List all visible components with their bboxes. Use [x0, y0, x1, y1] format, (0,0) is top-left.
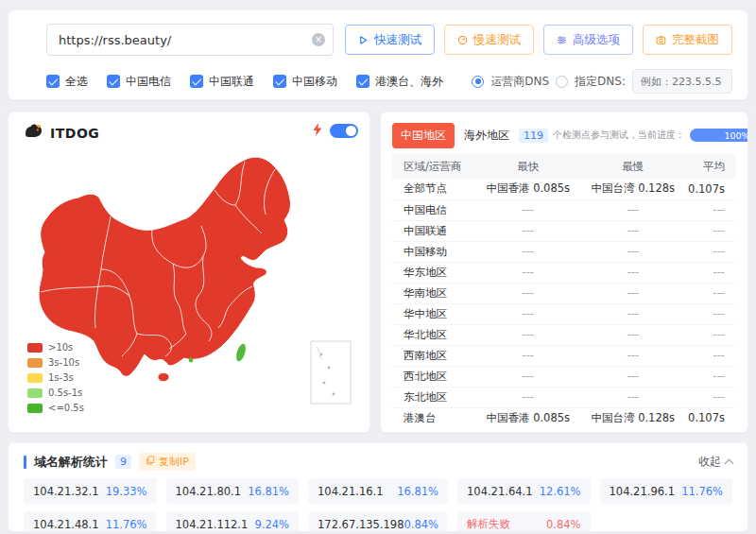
checkbox-checked-icon — [46, 75, 60, 88]
table-cell: --- — [581, 262, 684, 283]
tab-overseas-region[interactable]: 海外地区 — [459, 123, 514, 148]
check-all[interactable]: 全选 — [46, 74, 88, 90]
custom-dns-radio[interactable] — [556, 76, 568, 88]
progress-label: 个检测点参与测试，当前进度： — [553, 129, 685, 142]
ip-percentage: 11.76% — [106, 518, 147, 531]
ip-address: 172.67.135.198 — [318, 518, 404, 531]
check-overseas[interactable]: 港澳台、海外 — [356, 74, 443, 90]
ip-stats-grid: 104.21.32.119.33%104.21.80.116.81%104.21… — [9, 478, 747, 532]
copy-ip-label: 复制IP — [159, 455, 189, 469]
ip-percentage: 16.81% — [397, 485, 438, 498]
map-toggle-switch[interactable] — [330, 124, 358, 138]
table-cell: --- — [581, 241, 684, 262]
check-mobile[interactable]: 中国移动 — [273, 74, 337, 90]
logo-text: ITDOG — [50, 126, 99, 141]
column-header: 区域/运营商 — [392, 154, 474, 179]
checkbox-label: 港澳台、海外 — [375, 74, 443, 90]
table-cell: 0.107s — [684, 179, 736, 199]
ip-percentage: 0.84% — [546, 518, 581, 531]
ip-percentage: 19.33% — [106, 485, 147, 498]
ip-stat-tile[interactable]: 104.21.64.112.61% — [457, 478, 591, 504]
table-cell: --- — [684, 366, 736, 387]
table-cell: --- — [474, 199, 581, 220]
results-card: 中国地区 海外地区 119 个检测点参与测试，当前进度： 100% 区域/运营商… — [380, 112, 748, 433]
ip-stat-tile[interactable]: 104.21.80.116.81% — [166, 478, 300, 504]
tab-china-region[interactable]: 中国地区 — [392, 123, 455, 148]
table-cell: 中国香港 0.085s — [474, 179, 581, 199]
ip-address: 解析失败 — [467, 517, 510, 531]
checkbox-checked-icon — [190, 75, 203, 88]
dog-logo-icon — [22, 122, 44, 145]
custom-dns-input[interactable] — [632, 69, 732, 94]
carrier-checkboxes: 全选中国电信中国联通中国移动港澳台、海外 — [46, 74, 443, 90]
taiwan-island — [234, 342, 249, 363]
ip-stat-tile[interactable]: 104.21.48.111.76% — [24, 511, 157, 532]
ip-address: 104.21.80.1 — [176, 485, 242, 498]
title-accent-bar — [24, 456, 26, 469]
copy-ip-button[interactable]: 复制IP — [139, 453, 196, 471]
full-screenshot-button[interactable]: 完整截图 — [643, 25, 732, 55]
options-icon — [557, 35, 567, 45]
ip-address: 104.21.96.1 — [610, 485, 676, 498]
advanced-options-button[interactable]: 高级选项 — [543, 25, 633, 55]
table-cell: --- — [684, 387, 736, 407]
carrier-dns-label: 运营商DNS — [490, 74, 549, 90]
legend-swatch — [27, 373, 43, 383]
ip-stat-tile[interactable]: 104.21.16.116.81% — [308, 478, 448, 504]
checkbox-label: 全选 — [65, 74, 88, 90]
table-cell: --- — [474, 283, 581, 303]
carrier-dns-radio[interactable] — [472, 76, 484, 88]
table-cell: 华中地区 — [392, 303, 474, 324]
column-header: 最慢 — [581, 154, 684, 179]
table-cell: --- — [581, 283, 684, 303]
checkbox-checked-icon — [356, 75, 369, 88]
play-icon — [358, 35, 369, 45]
legend-item: <=0.5s — [27, 403, 84, 413]
table-cell: 西北地区 — [392, 366, 474, 387]
table-cell: --- — [581, 366, 684, 387]
table-cell: --- — [684, 241, 736, 262]
table-cell: --- — [581, 387, 684, 407]
table-row: 华中地区--------- — [392, 303, 736, 324]
toolbar-card: × 快速测试慢速测试高级选项完整截图 全选中国电信中国联通中国移动港澳台、海外 … — [8, 9, 748, 100]
table-row: 华北地区--------- — [392, 324, 736, 345]
ip-stat-tile[interactable]: 104.21.96.111.76% — [600, 478, 733, 504]
table-row: 西北地区--------- — [392, 366, 736, 387]
results-header: 中国地区 海外地区 119 个检测点参与测试，当前进度： 100% — [392, 122, 736, 148]
ip-stat-tile[interactable]: 172.67.135.1980.84% — [308, 511, 448, 532]
table-cell: 全部节点 — [392, 179, 474, 199]
check-telecom[interactable]: 中国电信 — [107, 74, 171, 90]
button-label: 慢速测试 — [473, 32, 521, 48]
quick-test-button[interactable]: 快速测试 — [345, 25, 435, 55]
url-input[interactable] — [59, 33, 306, 47]
ip-stat-tile[interactable]: 解析失败0.84% — [457, 511, 591, 532]
lightning-icon — [313, 122, 322, 140]
clear-input-icon[interactable]: × — [312, 33, 325, 46]
legend-item: >10s — [27, 342, 84, 353]
table-row: 中国电信--------- — [392, 199, 736, 220]
checkbox-label: 中国联通 — [209, 74, 254, 90]
ip-stat-tile[interactable]: 104.21.32.119.33% — [24, 478, 157, 504]
dns-options: 运营商DNS 指定DNS: — [472, 69, 732, 94]
check-unicom[interactable]: 中国联通 — [190, 74, 254, 90]
hongkong-dot — [189, 358, 194, 363]
table-row: 港澳台中国香港 0.085s中国台湾 0.128s0.107s — [392, 407, 736, 428]
table-row: 全部节点中国香港 0.085s中国台湾 0.128s0.107s — [392, 179, 736, 199]
legend-item: 0.5s-1s — [27, 388, 84, 398]
table-cell: --- — [684, 262, 736, 283]
table-cell: --- — [581, 345, 684, 366]
ip-percentage: 0.84% — [404, 518, 438, 531]
slow-test-button[interactable]: 慢速测试 — [444, 25, 534, 55]
ip-stat-tile[interactable]: 104.21.112.19.24% — [166, 511, 300, 532]
dns-stats-title: 域名解析统计 — [34, 454, 108, 471]
legend-item: 3s-10s — [27, 357, 84, 368]
custom-dns-label: 指定DNS: — [575, 74, 626, 90]
legend-item: 1s-3s — [27, 372, 84, 383]
hainan-island — [158, 372, 169, 381]
collapse-button[interactable]: 收起 — [698, 454, 732, 470]
gauge-icon — [457, 35, 468, 45]
dns-stats-header: 域名解析统计 9 复制IP 收起 — [9, 443, 747, 478]
legend-swatch — [27, 388, 43, 398]
toolbar-row-bottom: 全选中国电信中国联通中国移动港澳台、海外 运营商DNS 指定DNS: — [46, 69, 732, 94]
table-cell: --- — [581, 324, 684, 345]
